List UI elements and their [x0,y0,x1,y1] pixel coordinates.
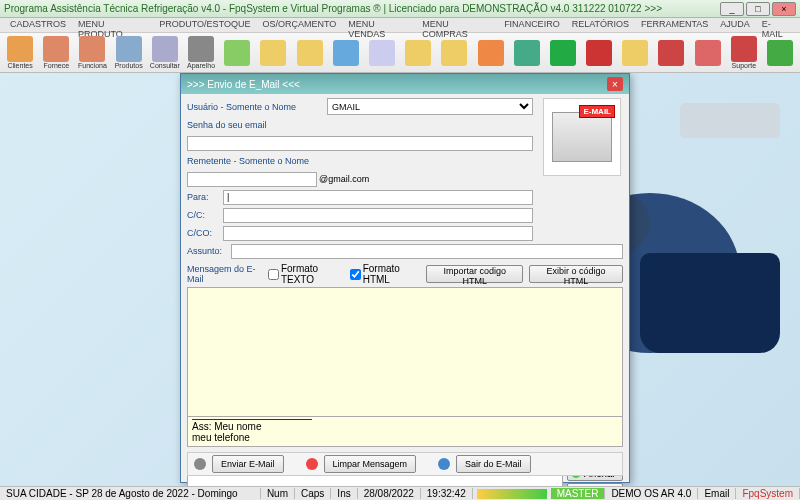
x-icon [306,458,318,470]
sender-input[interactable] [187,172,317,187]
menu-menu produto[interactable]: MENU PRODUTO [72,18,153,32]
status-master: MASTER [551,488,606,499]
status-demo: DEMO OS AR 4.0 [605,488,698,499]
toolbar-icon [405,40,431,66]
status-fpqsystem[interactable]: FpqSystem [736,488,800,499]
menu-ajuda[interactable]: AJUDA [714,18,756,32]
menu-ferramentas[interactable]: FERRAMENTAS [635,18,714,32]
toolbar-icon [7,36,33,62]
toolbar-btn-9[interactable] [329,34,363,72]
menu-menu compras[interactable]: MENU COMPRAS [416,18,498,32]
main-toolbar: ClientesForneceFuncionaProdutosConsultar… [0,33,800,73]
subject-input[interactable] [231,244,623,259]
maximize-button[interactable]: □ [746,2,770,16]
toolbar-btn-11[interactable] [401,34,435,72]
toolbar-icon [297,40,323,66]
menu-cadastros[interactable]: CADASTROS [4,18,72,32]
toolbar-btn-0[interactable]: Clientes [3,34,37,72]
toolbar-label: Funciona [78,62,107,69]
toolbar-btn-19[interactable] [691,34,725,72]
message-label: Mensagem do E-Mail [187,264,262,284]
toolbar-btn-8[interactable] [293,34,327,72]
toolbar-label: Clientes [7,62,32,69]
toolbar-label: Produtos [115,62,143,69]
show-html-button[interactable]: Exibir o código HTML [529,265,623,283]
toolbar-btn-10[interactable] [365,34,399,72]
toolbar-btn-5[interactable]: Aparelho [184,34,218,72]
toolbar-icon [658,40,684,66]
toolbar-label: Suporte [732,62,757,69]
dialog-close-button[interactable]: × [607,77,623,91]
menu-bar: CADASTROSMENU PRODUTOPRODUTO/ESTOQUEOS/O… [0,18,800,33]
toolbar-btn-3[interactable]: Produtos [112,34,146,72]
message-textarea[interactable] [187,287,623,417]
clear-message-button[interactable]: Limpar Mensagem [324,455,417,473]
import-html-button[interactable]: Importar codigo HTML [426,265,523,283]
menu-relatórios[interactable]: RELATÓRIOS [566,18,635,32]
email-badge: E-MAIL [579,105,615,118]
menu-produto/estoque[interactable]: PRODUTO/ESTOQUE [153,18,256,32]
window-titlebar: Programa Assistência Técnica Refrigeraçã… [0,0,800,18]
email-dialog: >>> Envio de E_Mail <<< × E-MAIL Usuário… [180,73,630,483]
user-input[interactable] [187,136,533,151]
status-ins: Ins [331,488,357,499]
minimize-button[interactable]: _ [720,2,744,16]
toolbar-icon [478,40,504,66]
toolbar-icon [333,40,359,66]
to-input[interactable] [223,190,533,205]
signature-line1: Ass: Meu nome [192,421,618,432]
cc-input[interactable] [223,208,533,223]
toolbar-icon [622,40,648,66]
toolbar-btn-4[interactable]: Consultar [148,34,182,72]
toolbar-icon [586,40,612,66]
menu-e-mail[interactable]: E-MAIL [756,18,796,32]
bg-ac-unit [680,103,780,138]
signature-area[interactable]: Ass: Meu nome meu telefone [187,417,623,447]
toolbar-btn-1[interactable]: Fornece [39,34,73,72]
format-text-checkbox[interactable]: Formato TEXTO [268,263,344,285]
toolbar-icon [224,40,250,66]
send-email-button[interactable]: Enviar E-Mail [212,455,284,473]
sender-label: Remetente - Somente o Nome [187,156,327,166]
toolbar-btn-14[interactable] [510,34,544,72]
cco-input[interactable] [223,226,533,241]
cc-label: C/C: [187,210,223,220]
toolbar-btn-17[interactable] [618,34,652,72]
to-label: Para: [187,192,223,202]
toolbar-icon [441,40,467,66]
format-html-checkbox[interactable]: Formato HTML [350,263,421,285]
toolbar-btn-21[interactable] [763,34,797,72]
toolbar-btn-18[interactable] [654,34,688,72]
toolbar-icon [767,40,793,66]
dialog-action-bar: Enviar E-Mail Limpar Mensagem Sair do E-… [187,452,623,476]
toolbar-label: Consultar [150,62,180,69]
toolbar-btn-13[interactable] [473,34,507,72]
toolbar-btn-6[interactable] [220,34,254,72]
toolbar-icon [695,40,721,66]
status-email[interactable]: Email [698,488,736,499]
toolbar-icon [369,40,395,66]
toolbar-icon [152,36,178,62]
menu-os/orçamento[interactable]: OS/ORÇAMENTO [256,18,342,32]
domain-label: @gmail.com [317,174,369,184]
exit-email-button[interactable]: Sair do E-Mail [456,455,531,473]
toolbar-btn-16[interactable] [582,34,616,72]
status-time: 19:32:42 [421,488,473,499]
password-label: Senha do seu email [187,120,327,130]
close-button[interactable]: × [772,2,796,16]
menu-financeiro[interactable]: FINANCEIRO [498,18,566,32]
status-num: Num [261,488,295,499]
toolbar-btn-7[interactable] [256,34,290,72]
dialog-titlebar: >>> Envio de E_Mail <<< × [181,74,629,94]
toolbar-btn-2[interactable]: Funciona [75,34,109,72]
window-controls: _ □ × [720,2,796,16]
toolbar-btn-12[interactable] [437,34,471,72]
toolbar-icon [188,36,214,62]
window-title: Programa Assistência Técnica Refrigeraçã… [4,3,720,14]
toolbar-btn-15[interactable] [546,34,580,72]
toolbar-btn-20[interactable]: Suporte [727,34,761,72]
menu-menu vendas[interactable]: MENU VENDAS [342,18,416,32]
dialog-title: >>> Envio de E_Mail <<< [187,79,607,90]
provider-select[interactable]: GMAIL [327,98,533,115]
toolbar-icon [550,40,576,66]
